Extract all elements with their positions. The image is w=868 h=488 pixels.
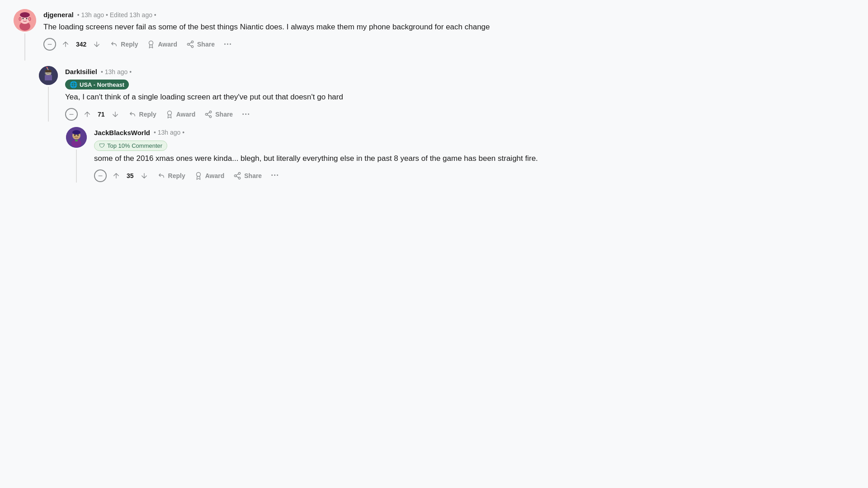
award-icon-3 bbox=[194, 172, 203, 180]
downvote-button[interactable] bbox=[89, 38, 104, 51]
upvote-button-3[interactable] bbox=[108, 169, 124, 182]
svg-point-33 bbox=[72, 130, 80, 135]
thread-line bbox=[24, 33, 25, 61]
nested-comment-darkisiliel: DarkIsiliel • 13h ago • 🌐 USA - Northeas… bbox=[39, 66, 854, 183]
share-label-2: Share bbox=[215, 111, 233, 118]
vote-count: 342 bbox=[76, 41, 86, 48]
upvote-icon bbox=[61, 40, 70, 48]
svg-point-3 bbox=[23, 18, 24, 19]
share-label: Share bbox=[197, 41, 215, 48]
action-bar: − 342 bbox=[43, 38, 854, 52]
more-button-2[interactable]: ··· bbox=[238, 108, 254, 122]
comment-body-djgeneral: djgeneral • 13h ago • Edited 13h ago • T… bbox=[43, 9, 854, 61]
comment-text-2: Yea, I can't think of a single loading s… bbox=[65, 91, 854, 103]
reply-button-3[interactable]: Reply bbox=[154, 169, 189, 182]
share-button[interactable]: Share bbox=[183, 38, 218, 51]
comment-header-3: JackBlacksWorld • 13h ago • bbox=[94, 129, 854, 136]
collapse-button[interactable]: − bbox=[43, 38, 56, 51]
avatar-svg-3 bbox=[66, 127, 87, 148]
svg-point-38 bbox=[196, 172, 200, 176]
upvote-button-2[interactable] bbox=[80, 108, 95, 121]
more-button-3[interactable]: ··· bbox=[267, 169, 283, 183]
award-icon-2 bbox=[165, 110, 174, 118]
comment-left-col-2 bbox=[39, 66, 58, 122]
svg-line-14 bbox=[189, 45, 191, 46]
svg-point-13 bbox=[191, 46, 193, 48]
share-button-3[interactable]: Share bbox=[230, 169, 265, 182]
flair-text: USA - Northeast bbox=[80, 81, 124, 88]
svg-point-39 bbox=[239, 172, 241, 174]
share-button-2[interactable]: Share bbox=[201, 108, 236, 121]
svg-point-40 bbox=[235, 174, 237, 177]
vote-control: 342 bbox=[58, 38, 104, 51]
svg-point-11 bbox=[191, 41, 193, 43]
avatar-svg-2 bbox=[39, 66, 58, 85]
comment-darkisiliel: DarkIsiliel • 13h ago • 🌐 USA - Northeas… bbox=[39, 66, 854, 122]
downvote-button-3[interactable] bbox=[137, 169, 152, 182]
comment-left-col-3 bbox=[66, 127, 87, 183]
action-bar-3: − 35 bbox=[94, 169, 854, 183]
comment-body-darkisiliel: DarkIsiliel • 13h ago • 🌐 USA - Northeas… bbox=[65, 66, 854, 122]
share-label-3: Share bbox=[244, 172, 262, 179]
comment-left-col bbox=[14, 9, 36, 61]
comment-header-2: DarkIsiliel • 13h ago • bbox=[65, 68, 854, 75]
svg-line-15 bbox=[189, 42, 191, 44]
svg-line-29 bbox=[208, 115, 210, 116]
reply-icon-2 bbox=[128, 110, 137, 118]
shield-icon: 🛡 bbox=[99, 142, 105, 149]
nested-comment-jackblacksworld: JackBlacksWorld • 13h ago • 🛡 Top 10% Co… bbox=[66, 127, 854, 183]
username: djgeneral bbox=[43, 11, 74, 19]
vote-control-2: 71 bbox=[80, 108, 123, 121]
svg-point-5 bbox=[20, 12, 30, 18]
reply-icon bbox=[110, 40, 118, 48]
svg-point-25 bbox=[167, 111, 171, 115]
vote-count-3: 35 bbox=[127, 172, 134, 179]
upvote-button[interactable] bbox=[58, 38, 73, 51]
reply-label: Reply bbox=[121, 41, 138, 48]
share-icon bbox=[186, 40, 194, 48]
avatar-jackblacksworld bbox=[66, 127, 87, 148]
commenter-flair-badge-wrapper: 🛡 Top 10% Commenter bbox=[94, 139, 854, 153]
award-button-3[interactable]: Award bbox=[191, 169, 228, 182]
collapse-button-2[interactable]: − bbox=[65, 108, 78, 121]
avatar bbox=[14, 9, 36, 32]
svg-point-10 bbox=[149, 41, 153, 45]
award-icon bbox=[147, 40, 155, 48]
svg-point-26 bbox=[210, 111, 212, 113]
comment-text-3: some of the 2016 xmas ones were kinda...… bbox=[94, 153, 854, 164]
svg-line-43 bbox=[236, 174, 239, 175]
svg-point-4 bbox=[26, 18, 28, 19]
comment-djgeneral: djgeneral • 13h ago • Edited 13h ago • T… bbox=[14, 9, 854, 61]
downvote-icon-3 bbox=[140, 172, 148, 180]
commenter-flair-text: Top 10% Commenter bbox=[107, 142, 162, 149]
collapse-icon-2: − bbox=[69, 110, 74, 118]
reply-button-2[interactable]: Reply bbox=[125, 108, 160, 121]
downvote-button-2[interactable] bbox=[108, 108, 123, 121]
award-button[interactable]: Award bbox=[143, 38, 181, 51]
award-button-2[interactable]: Award bbox=[162, 108, 199, 121]
regional-flair-badge: 🌐 USA - Northeast bbox=[65, 80, 129, 89]
comment-meta-2: • 13h ago • bbox=[101, 68, 132, 75]
collapse-button-3[interactable]: − bbox=[94, 169, 107, 182]
downvote-icon bbox=[93, 40, 101, 48]
comment-meta: • 13h ago • Edited 13h ago • bbox=[77, 11, 156, 19]
svg-point-8 bbox=[19, 18, 21, 20]
svg-point-35 bbox=[77, 134, 79, 136]
svg-line-30 bbox=[208, 113, 210, 114]
share-icon-3 bbox=[233, 172, 241, 180]
flair-badge-wrapper: 🌐 USA - Northeast bbox=[65, 78, 854, 91]
vote-control-3: 35 bbox=[108, 169, 152, 182]
username-3: JackBlacksWorld bbox=[94, 129, 150, 136]
svg-line-42 bbox=[236, 176, 239, 178]
reply-button[interactable]: Reply bbox=[106, 38, 142, 51]
svg-rect-18 bbox=[45, 75, 52, 80]
more-icon: ··· bbox=[224, 40, 232, 49]
more-icon-3: ··· bbox=[271, 171, 279, 180]
comment-header: djgeneral • 13h ago • Edited 13h ago • bbox=[43, 11, 854, 19]
avatar-svg bbox=[14, 9, 36, 32]
more-button[interactable]: ··· bbox=[220, 38, 236, 52]
comment-jackblacksworld: JackBlacksWorld • 13h ago • 🛡 Top 10% Co… bbox=[66, 127, 854, 183]
thread-line-2 bbox=[48, 87, 49, 122]
thread-line-3 bbox=[76, 150, 77, 183]
svg-point-12 bbox=[187, 43, 189, 46]
